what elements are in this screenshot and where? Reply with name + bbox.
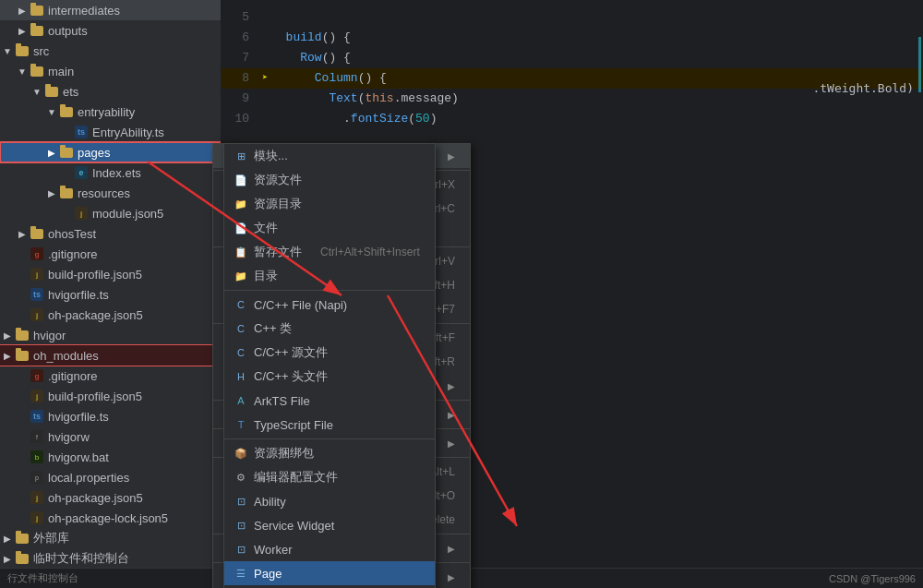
- sidebar-item-entryability[interactable]: ▼ entryability: [0, 102, 221, 122]
- sidebar-item-intermediates[interactable]: ▶ intermediates: [0, 0, 221, 20]
- expand-arrow: ▼: [0, 46, 15, 56]
- sidebar-item-hvigorw[interactable]: f hvigorw: [0, 426, 221, 447]
- submenu-item-res-dir[interactable]: 📁 资源目录: [224, 192, 435, 216]
- sidebar-item-local-props[interactable]: p local.properties: [0, 467, 221, 487]
- ts-file-icon: ts: [74, 125, 89, 139]
- gitignore-icon: g: [30, 246, 44, 261]
- submenu-item-cpp-napi[interactable]: C C/C++ File (Napi): [224, 293, 435, 317]
- cpp-napi-icon: C: [232, 299, 250, 310]
- submenu-item-ts[interactable]: T TypeScript File: [224, 413, 435, 437]
- gear-icon: ⚙: [232, 472, 250, 484]
- submenu-label-cpp-source: C/C++ 源文件: [254, 344, 420, 361]
- submenu-item-service-widget[interactable]: ⊡ Service Widget: [224, 513, 435, 537]
- sidebar-item-oh-package-lock[interactable]: j oh-package-lock.json5: [0, 508, 221, 528]
- right-code: .tWeight.Bold): [812, 81, 914, 95]
- sidebar-item-oh-modules[interactable]: ▶ oh_modules: [0, 345, 221, 366]
- submenu-item-editor-config[interactable]: ⚙ 编辑器配置文件: [224, 465, 435, 489]
- gutter: ➤: [258, 68, 271, 89]
- submenu-label-page: Page: [254, 567, 420, 581]
- separator: [224, 290, 435, 291]
- submenu-item-res-file[interactable]: 📄 资源文件: [224, 168, 435, 192]
- item-label: src: [33, 44, 49, 58]
- json-icon: j: [30, 389, 44, 403]
- line-content: build() {: [271, 28, 923, 48]
- submenu-item-ability[interactable]: ⊡ Ability: [224, 489, 435, 513]
- submenu-label-temp-file: 暂存文件: [254, 244, 302, 260]
- line-number: 5: [222, 7, 258, 28]
- submenu-label-bundle: 资源捆绑包: [254, 445, 420, 462]
- sidebar-item-hvigorfile2[interactable]: ts hvigorfile.ts: [0, 406, 221, 426]
- item-label: EntryAbility.ts: [92, 126, 164, 139]
- sidebar-item-ohosTest[interactable]: ▶ ohosTest: [0, 223, 221, 244]
- sidebar-item-gitignore1[interactable]: g .gitignore: [0, 244, 221, 264]
- submenu-item-worker[interactable]: ⊡ Worker: [224, 537, 435, 561]
- item-label: ets: [63, 85, 78, 99]
- expand-arrow: [15, 391, 30, 402]
- sidebar-item-build-profile1[interactable]: j build-profile.json5: [0, 264, 221, 284]
- sidebar-item-pages[interactable]: ▶ pages: [0, 142, 221, 162]
- folder-icon: [15, 348, 30, 363]
- item-label: intermediates: [48, 4, 120, 18]
- submenu-label-cpp-class: C++ 类: [254, 320, 420, 337]
- item-label: pages: [78, 146, 110, 160]
- code-line-5: 5: [222, 7, 923, 28]
- code-line-10: 10 .fontSize(50): [222, 109, 923, 129]
- submenu-item-page[interactable]: ☰ Page: [224, 561, 435, 585]
- sidebar-item-index-ets[interactable]: e Index.ets: [0, 162, 221, 183]
- line-number: 9: [222, 89, 258, 109]
- sidebar-item-oh-package1[interactable]: j oh-package.json5: [0, 305, 221, 325]
- sidebar-item-ets[interactable]: ▼ ets: [0, 81, 221, 102]
- sidebar-item-outputs[interactable]: ▶ outputs: [0, 20, 221, 41]
- submenu-arrow-history: ▶: [448, 572, 455, 582]
- submenu-item-arkts[interactable]: A ArkTS File: [224, 389, 435, 413]
- sidebar-item-resources[interactable]: ▶ resources: [0, 183, 221, 203]
- dir-icon: 📁: [232, 270, 250, 282]
- sidebar-item-build-profile2[interactable]: j build-profile.json5: [0, 386, 221, 406]
- submenu-item-file[interactable]: 📄 文件: [224, 216, 435, 240]
- submenu-item-cpp-source[interactable]: C C/C++ 源文件: [224, 341, 435, 365]
- submenu-item-directory[interactable]: 📁 目录: [224, 264, 435, 288]
- props-icon: p: [30, 470, 44, 485]
- sidebar-item-oh-package2[interactable]: j oh-package.json5: [0, 487, 221, 508]
- file-icon: 📄: [232, 222, 250, 234]
- expand-arrow: ▶: [0, 351, 15, 361]
- expand-arrow: [15, 371, 30, 381]
- sidebar-item-hvigorw-bat[interactable]: b hvigorw.bat: [0, 447, 221, 467]
- expand-arrow: [15, 493, 30, 503]
- res-file-icon: 📄: [232, 174, 250, 186]
- expand-arrow: ▶: [15, 6, 30, 16]
- submenu-item-temp-file[interactable]: 📋 暂存文件 Ctrl+Alt+Shift+Insert: [224, 240, 435, 264]
- json-icon: j: [30, 510, 44, 525]
- json-icon: j: [30, 267, 44, 282]
- sidebar-item-gitignore2[interactable]: g .gitignore: [0, 366, 221, 386]
- sidebar-item-hvigorfile-ts[interactable]: ts hvigorfile.ts: [0, 284, 221, 305]
- item-label: hvigor: [33, 329, 66, 342]
- submenu-label-file: 文件: [254, 220, 420, 236]
- sidebar-item-hvigor[interactable]: ▶ hvigor: [0, 325, 221, 345]
- sidebar-item-entryability-ts[interactable]: ts EntryAbility.ts: [0, 122, 221, 142]
- submenu-arrow-bookmarks: ▶: [448, 438, 455, 449]
- submenu-item-bundle[interactable]: 📦 资源捆绑包: [224, 441, 435, 465]
- sidebar-item-external[interactable]: ▶ 外部库: [0, 528, 221, 548]
- item-label: build-profile.json5: [48, 390, 142, 403]
- service-icon: ⊡: [232, 520, 250, 532]
- item-label: 外部库: [33, 530, 69, 546]
- ts-icon: ts: [30, 409, 44, 424]
- submenu-item-cpp-header[interactable]: H C/C++ 头文件: [224, 365, 435, 389]
- submenu-label-arkts: ArkTS File: [254, 394, 420, 408]
- item-label: Index.ets: [92, 166, 141, 180]
- sidebar-item-module-json5[interactable]: j module.json5: [0, 203, 221, 223]
- item-label: entryability: [78, 105, 135, 119]
- scroll-indicator: [918, 37, 921, 92]
- sidebar-item-src[interactable]: ▼ src: [0, 41, 221, 61]
- item-label: oh-package.json5: [48, 491, 143, 505]
- sidebar-item-main[interactable]: ▼ main: [0, 61, 221, 81]
- cpp-header-icon: H: [232, 371, 250, 382]
- submenu-arrow-refactor: ▶: [448, 410, 455, 420]
- expand-arrow: [59, 127, 74, 138]
- submenu-item-module[interactable]: ⊞ 模块...: [224, 144, 435, 168]
- submenu-label-editor-config: 编辑器配置文件: [254, 469, 420, 486]
- item-label: oh-package-lock.json5: [48, 511, 168, 525]
- submenu-item-cpp-class[interactable]: C C++ 类: [224, 317, 435, 341]
- sidebar-item-temp[interactable]: ▶ 临时文件和控制台: [0, 548, 221, 569]
